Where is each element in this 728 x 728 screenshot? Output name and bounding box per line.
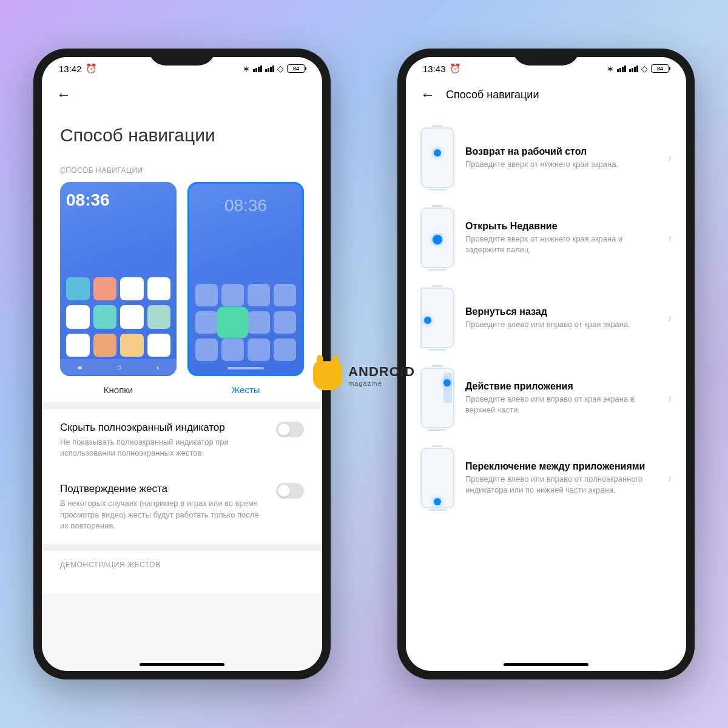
bluetooth-icon: ∗ (243, 64, 250, 73)
wifi-icon: ◇ (277, 64, 284, 73)
signal-icon (253, 66, 262, 72)
android-mascot-icon (313, 361, 342, 390)
gesture-switch-icon (420, 448, 454, 508)
preview-navbar-icon: ≡○‹ (60, 359, 177, 375)
section-label: ДЕМОНСТРАЦИЯ ЖЕСТОВ (42, 551, 322, 593)
gesture-desc: Проведите влево или вправо от края экран… (465, 394, 657, 415)
status-time: 13:43 (423, 64, 446, 74)
gesture-title: Действие приложения (465, 381, 657, 392)
gesture-app-action[interactable]: Действие приложения Проведите влево или … (406, 358, 686, 438)
toggle-switch[interactable] (276, 483, 304, 499)
gesture-switch-apps[interactable]: Переключение между приложениями Проведит… (406, 438, 686, 518)
gesture-app-action-icon (420, 368, 454, 428)
setting-title: Подтверждение жеста (60, 483, 266, 495)
setting-confirm-gesture[interactable]: Подтверждение жеста В некоторых случаях … (42, 471, 322, 544)
gesture-desc: Проведите вверх от нижнего края экрана и… (465, 234, 657, 255)
preview-time: 08:36 (66, 190, 170, 210)
back-button[interactable]: ← (56, 86, 71, 103)
gesture-bar-icon (228, 367, 264, 369)
header: ← (42, 78, 322, 112)
gesture-home[interactable]: Возврат на рабочий стол Проведите вверх … (406, 118, 686, 198)
option-label: Кнопки (104, 385, 133, 395)
content[interactable]: Возврат на рабочий стол Проведите вверх … (406, 112, 686, 671)
header: ← Способ навигации (406, 78, 686, 112)
alarm-icon: ⏰ (450, 63, 461, 74)
battery-icon: 84 (287, 64, 305, 73)
setting-desc: Не показывать полноэкранный индикатор пр… (60, 437, 266, 459)
home-indicator[interactable] (504, 663, 588, 666)
gesture-title: Вернуться назад (465, 306, 657, 317)
signal-icon (629, 66, 638, 72)
signal-icon (265, 66, 274, 72)
chevron-right-icon: › (668, 152, 672, 164)
header-title: Способ навигации (446, 89, 539, 101)
screen-right: 13:43 ⏰ ∗ ◇ 84 ← Способ навигации Возвра… (406, 57, 686, 671)
notch (513, 49, 579, 66)
phone-right: 13:43 ⏰ ∗ ◇ 84 ← Способ навигации Возвра… (397, 49, 695, 679)
chevron-right-icon: › (668, 392, 672, 405)
wifi-icon: ◇ (641, 64, 648, 73)
watermark-title: ANDROID (348, 364, 415, 380)
home-indicator[interactable] (140, 663, 224, 666)
content[interactable]: Способ навигации СПОСОБ НАВИГАЦИИ 08:36 … (42, 112, 322, 671)
option-buttons[interactable]: 08:36 ≡○‹ Кнопки (60, 182, 177, 395)
gesture-recents[interactable]: Открыть Недавние Проведите вверх от нижн… (406, 198, 686, 278)
toggle-switch[interactable] (276, 422, 304, 437)
setting-title: Скрыть полноэкранный индикатор (60, 422, 266, 434)
gesture-title: Открыть Недавние (465, 221, 657, 232)
gesture-back-icon (420, 288, 454, 348)
gesture-recents-icon (420, 207, 454, 268)
signal-icon (617, 66, 626, 72)
notch (149, 49, 215, 66)
setting-hide-indicator[interactable]: Скрыть полноэкранный индикатор Не показы… (42, 410, 322, 471)
option-label: Жесты (231, 385, 260, 395)
back-button[interactable]: ← (420, 86, 435, 103)
gesture-back[interactable]: Вернуться назад Проведите влево или впра… (406, 278, 686, 358)
gesture-title: Переключение между приложениями (465, 461, 657, 472)
option-gestures[interactable]: 08:36 Жесты (187, 182, 304, 395)
gesture-desc: Проведите влево или вправо от полноэкран… (465, 474, 657, 495)
watermark-sub: magazine (348, 380, 415, 387)
page-title: Способ навигации (42, 112, 322, 157)
chevron-right-icon: › (668, 312, 672, 325)
divider (42, 544, 322, 551)
nav-method-options: 08:36 ≡○‹ Кнопки 08:36 Жесты (42, 182, 322, 402)
battery-icon: 84 (651, 64, 669, 73)
gesture-home-icon (420, 127, 454, 188)
watermark: ANDROID magazine (313, 361, 415, 390)
chevron-right-icon: › (668, 472, 672, 485)
setting-desc: В некоторых случаях (например в играх ил… (60, 498, 266, 531)
alarm-icon: ⏰ (86, 63, 97, 74)
phone-left: 13:42 ⏰ ∗ ◇ 84 ← Способ навигации СПОСОБ… (33, 49, 331, 679)
divider (42, 402, 322, 410)
bluetooth-icon: ∗ (607, 64, 614, 73)
screen-left: 13:42 ⏰ ∗ ◇ 84 ← Способ навигации СПОСОБ… (42, 57, 322, 671)
gesture-desc: Проведите вверх от нижнего края экрана. (465, 159, 657, 170)
status-time: 13:42 (59, 64, 82, 74)
gesture-desc: Проведите влево или вправо от края экран… (465, 319, 657, 330)
section-label: СПОСОБ НАВИГАЦИИ (42, 157, 322, 182)
preview-time: 08:36 (195, 196, 296, 215)
gesture-title: Возврат на рабочий стол (465, 146, 657, 157)
chevron-right-icon: › (668, 232, 672, 244)
